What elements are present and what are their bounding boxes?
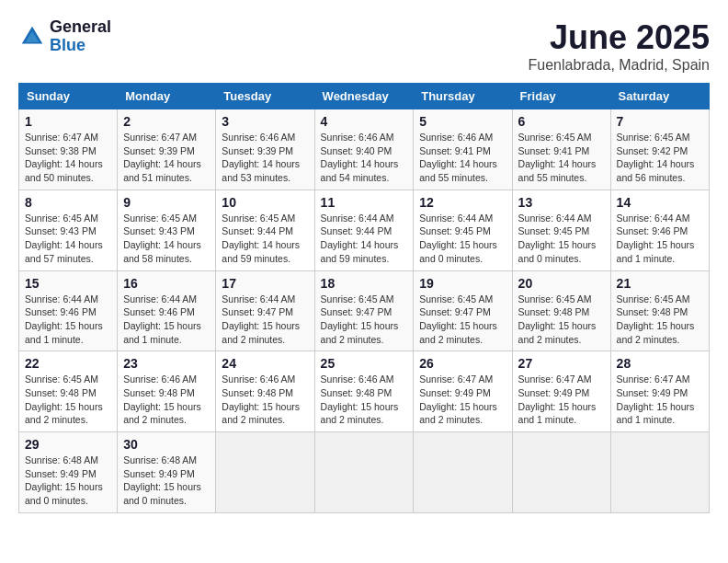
- calendar-cell: [314, 432, 414, 513]
- cell-details: Sunrise: 6:46 AM Sunset: 9:48 PM Dayligh…: [222, 373, 308, 427]
- calendar-week-row: 1Sunrise: 6:47 AM Sunset: 9:38 PM Daylig…: [19, 109, 710, 190]
- calendar-header-row: SundayMondayTuesdayWednesdayThursdayFrid…: [19, 84, 710, 109]
- day-number: 28: [617, 356, 703, 371]
- calendar-cell: 22Sunrise: 6:45 AM Sunset: 9:48 PM Dayli…: [19, 351, 118, 432]
- cell-details: Sunrise: 6:46 AM Sunset: 9:40 PM Dayligh…: [321, 131, 408, 185]
- calendar-cell: 1Sunrise: 6:47 AM Sunset: 9:38 PM Daylig…: [19, 109, 118, 190]
- calendar-header-sunday: Sunday: [19, 84, 118, 109]
- cell-details: Sunrise: 6:45 AM Sunset: 9:47 PM Dayligh…: [419, 293, 506, 347]
- calendar-header-thursday: Thursday: [414, 84, 512, 109]
- calendar-table: SundayMondayTuesdayWednesdayThursdayFrid…: [18, 83, 710, 513]
- calendar-week-row: 29Sunrise: 6:48 AM Sunset: 9:49 PM Dayli…: [19, 432, 710, 513]
- calendar-cell: 12Sunrise: 6:44 AM Sunset: 9:45 PM Dayli…: [414, 190, 512, 270]
- cell-details: Sunrise: 6:46 AM Sunset: 9:48 PM Dayligh…: [123, 373, 210, 427]
- cell-details: Sunrise: 6:47 AM Sunset: 9:38 PM Dayligh…: [25, 131, 111, 185]
- calendar-header-monday: Monday: [118, 84, 216, 109]
- day-number: 14: [617, 195, 703, 210]
- calendar-header-tuesday: Tuesday: [216, 84, 314, 109]
- calendar-cell: 14Sunrise: 6:44 AM Sunset: 9:46 PM Dayli…: [610, 190, 709, 270]
- day-number: 10: [222, 195, 308, 210]
- calendar-cell: 15Sunrise: 6:44 AM Sunset: 9:46 PM Dayli…: [19, 270, 118, 351]
- calendar-header-saturday: Saturday: [610, 84, 709, 109]
- day-number: 30: [123, 437, 210, 452]
- calendar-cell: 4Sunrise: 6:46 AM Sunset: 9:40 PM Daylig…: [314, 109, 414, 190]
- calendar-title: June 2025: [529, 18, 710, 57]
- calendar-cell: 9Sunrise: 6:45 AM Sunset: 9:43 PM Daylig…: [118, 190, 216, 270]
- calendar-cell: 28Sunrise: 6:47 AM Sunset: 9:49 PM Dayli…: [610, 351, 709, 432]
- calendar-cell: 8Sunrise: 6:45 AM Sunset: 9:43 PM Daylig…: [19, 190, 118, 270]
- logo-blue-text: Blue: [50, 37, 111, 55]
- calendar-cell: 7Sunrise: 6:45 AM Sunset: 9:42 PM Daylig…: [610, 109, 709, 190]
- cell-details: Sunrise: 6:45 AM Sunset: 9:48 PM Dayligh…: [25, 373, 111, 427]
- logo-general-text: General: [50, 18, 111, 37]
- calendar-header-wednesday: Wednesday: [314, 84, 414, 109]
- cell-details: Sunrise: 6:48 AM Sunset: 9:49 PM Dayligh…: [123, 454, 210, 508]
- day-number: 7: [617, 114, 703, 129]
- logo: General Blue: [18, 18, 111, 55]
- calendar-cell: [610, 432, 709, 513]
- day-number: 20: [518, 276, 605, 291]
- logo-icon: [18, 23, 46, 51]
- cell-details: Sunrise: 6:44 AM Sunset: 9:46 PM Dayligh…: [25, 293, 111, 347]
- calendar-cell: 20Sunrise: 6:45 AM Sunset: 9:48 PM Dayli…: [512, 270, 610, 351]
- cell-details: Sunrise: 6:47 AM Sunset: 9:39 PM Dayligh…: [123, 131, 210, 185]
- cell-details: Sunrise: 6:46 AM Sunset: 9:41 PM Dayligh…: [419, 131, 506, 185]
- calendar-cell: 27Sunrise: 6:47 AM Sunset: 9:49 PM Dayli…: [512, 351, 610, 432]
- day-number: 4: [321, 114, 408, 129]
- calendar-week-row: 22Sunrise: 6:45 AM Sunset: 9:48 PM Dayli…: [19, 351, 710, 432]
- cell-details: Sunrise: 6:45 AM Sunset: 9:42 PM Dayligh…: [617, 131, 703, 185]
- day-number: 3: [222, 114, 308, 129]
- calendar-week-row: 8Sunrise: 6:45 AM Sunset: 9:43 PM Daylig…: [19, 190, 710, 270]
- day-number: 27: [518, 356, 605, 371]
- day-number: 12: [419, 195, 506, 210]
- cell-details: Sunrise: 6:44 AM Sunset: 9:46 PM Dayligh…: [617, 212, 703, 266]
- cell-details: Sunrise: 6:44 AM Sunset: 9:47 PM Dayligh…: [222, 293, 308, 347]
- day-number: 15: [25, 276, 111, 291]
- cell-details: Sunrise: 6:48 AM Sunset: 9:49 PM Dayligh…: [25, 454, 111, 508]
- calendar-cell: 2Sunrise: 6:47 AM Sunset: 9:39 PM Daylig…: [118, 109, 216, 190]
- cell-details: Sunrise: 6:46 AM Sunset: 9:39 PM Dayligh…: [222, 131, 308, 185]
- calendar-cell: 26Sunrise: 6:47 AM Sunset: 9:49 PM Dayli…: [414, 351, 512, 432]
- title-block: June 2025 Fuenlabrada, Madrid, Spain: [529, 18, 710, 74]
- calendar-cell: 19Sunrise: 6:45 AM Sunset: 9:47 PM Dayli…: [414, 270, 512, 351]
- calendar-week-row: 15Sunrise: 6:44 AM Sunset: 9:46 PM Dayli…: [19, 270, 710, 351]
- cell-details: Sunrise: 6:45 AM Sunset: 9:41 PM Dayligh…: [518, 131, 605, 185]
- page-header: General Blue June 2025 Fuenlabrada, Madr…: [18, 18, 710, 74]
- day-number: 6: [518, 114, 605, 129]
- day-number: 25: [321, 356, 408, 371]
- calendar-cell: [414, 432, 512, 513]
- day-number: 9: [123, 195, 210, 210]
- day-number: 16: [123, 276, 210, 291]
- calendar-cell: 16Sunrise: 6:44 AM Sunset: 9:46 PM Dayli…: [118, 270, 216, 351]
- calendar-subtitle: Fuenlabrada, Madrid, Spain: [529, 57, 710, 74]
- calendar-cell: 18Sunrise: 6:45 AM Sunset: 9:47 PM Dayli…: [314, 270, 414, 351]
- calendar-cell: 23Sunrise: 6:46 AM Sunset: 9:48 PM Dayli…: [118, 351, 216, 432]
- calendar-cell: 13Sunrise: 6:44 AM Sunset: 9:45 PM Dayli…: [512, 190, 610, 270]
- calendar-cell: 25Sunrise: 6:46 AM Sunset: 9:48 PM Dayli…: [314, 351, 414, 432]
- calendar-cell: 6Sunrise: 6:45 AM Sunset: 9:41 PM Daylig…: [512, 109, 610, 190]
- day-number: 18: [321, 276, 408, 291]
- cell-details: Sunrise: 6:46 AM Sunset: 9:48 PM Dayligh…: [321, 373, 408, 427]
- day-number: 21: [617, 276, 703, 291]
- cell-details: Sunrise: 6:45 AM Sunset: 9:43 PM Dayligh…: [25, 212, 111, 266]
- calendar-cell: 21Sunrise: 6:45 AM Sunset: 9:48 PM Dayli…: [610, 270, 709, 351]
- cell-details: Sunrise: 6:47 AM Sunset: 9:49 PM Dayligh…: [617, 373, 703, 427]
- day-number: 11: [321, 195, 408, 210]
- calendar-cell: [512, 432, 610, 513]
- calendar-cell: 5Sunrise: 6:46 AM Sunset: 9:41 PM Daylig…: [414, 109, 512, 190]
- day-number: 17: [222, 276, 308, 291]
- day-number: 26: [419, 356, 506, 371]
- day-number: 23: [123, 356, 210, 371]
- cell-details: Sunrise: 6:45 AM Sunset: 9:44 PM Dayligh…: [222, 212, 308, 266]
- cell-details: Sunrise: 6:44 AM Sunset: 9:44 PM Dayligh…: [321, 212, 408, 266]
- cell-details: Sunrise: 6:44 AM Sunset: 9:45 PM Dayligh…: [518, 212, 605, 266]
- cell-details: Sunrise: 6:44 AM Sunset: 9:45 PM Dayligh…: [419, 212, 506, 266]
- cell-details: Sunrise: 6:45 AM Sunset: 9:47 PM Dayligh…: [321, 293, 408, 347]
- calendar-header-friday: Friday: [512, 84, 610, 109]
- calendar-cell: 10Sunrise: 6:45 AM Sunset: 9:44 PM Dayli…: [216, 190, 314, 270]
- calendar-cell: 30Sunrise: 6:48 AM Sunset: 9:49 PM Dayli…: [118, 432, 216, 513]
- day-number: 24: [222, 356, 308, 371]
- calendar-cell: [216, 432, 314, 513]
- cell-details: Sunrise: 6:47 AM Sunset: 9:49 PM Dayligh…: [419, 373, 506, 427]
- day-number: 5: [419, 114, 506, 129]
